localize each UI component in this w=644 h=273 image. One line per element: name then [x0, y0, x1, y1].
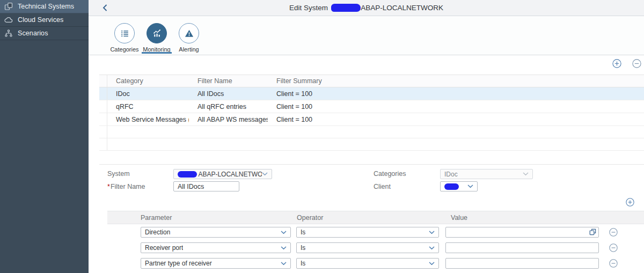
redaction-blob: [331, 4, 361, 12]
row-selector-cell[interactable]: [99, 126, 107, 138]
back-button[interactable]: [103, 4, 107, 11]
table-row[interactable]: [99, 126, 644, 138]
column-header-value: Value: [451, 214, 467, 222]
parameter-select[interactable]: Receiver port: [141, 242, 291, 253]
filter-name-label: *Filter Name: [107, 183, 145, 190]
page-header: Edit System ABAP-LOCALNETWORK: [89, 0, 644, 16]
cell-filter-name: All qRFC entries: [189, 103, 268, 110]
cell-filter-name: All IDocs: [189, 90, 268, 98]
tab-alerting[interactable]: Alerting: [173, 16, 205, 55]
add-parameter-button[interactable]: [626, 198, 635, 207]
table-row[interactable]: qRFC All qRFC entries Client = 100: [99, 100, 644, 113]
redaction-blob: [444, 183, 459, 190]
list-icon: [120, 28, 130, 39]
tab-label: Alerting: [179, 46, 199, 53]
alert-triangle-icon: [184, 28, 194, 39]
remove-parameter-button[interactable]: [609, 244, 618, 253]
categories-select[interactable]: IDoc: [440, 169, 533, 179]
operator-select[interactable]: Is: [296, 258, 439, 269]
table-row[interactable]: [99, 138, 644, 151]
value-input[interactable]: [445, 227, 599, 238]
value-input[interactable]: [445, 242, 599, 253]
system-select[interactable]: ABAP-LOCALNETWORK: [173, 169, 272, 179]
cloud-icon: [4, 16, 13, 24]
back-chevron-icon: [103, 4, 107, 11]
table-row[interactable]: IDoc All IDocs Client = 100: [99, 87, 644, 100]
parameter-row: Receiver port Is: [89, 242, 644, 253]
cell-filter-summary: Client = 100: [268, 90, 644, 98]
remove-filter-button[interactable]: [632, 59, 641, 68]
tab-categories[interactable]: Categories: [108, 16, 141, 55]
chevron-down-icon: [429, 246, 435, 250]
row-selector-cell[interactable]: [99, 87, 107, 100]
sidebar: Technical Systems Cloud Services Scenari…: [0, 0, 89, 273]
remove-circle-icon: [632, 59, 641, 68]
main-panel: Edit System ABAP-LOCALNETWORK: [89, 0, 644, 273]
chevron-down-icon: [429, 231, 435, 234]
column-header-filter-name: Filter Name: [189, 77, 268, 85]
chevron-down-icon: [262, 172, 268, 176]
tab-label: Categories: [110, 46, 138, 53]
chart-icon: [152, 28, 162, 39]
title-prefix: Edit System: [289, 4, 328, 12]
cell-filter-summary: Client = 100: [268, 116, 644, 123]
row-selector-cell[interactable]: [99, 138, 107, 150]
tab-label: Monitoring: [143, 46, 170, 53]
remove-circle-icon: [609, 244, 618, 252]
client-label: Client: [374, 183, 391, 190]
remove-circle-icon: [609, 228, 618, 237]
add-filter-button[interactable]: [612, 59, 621, 68]
page-title: Edit System ABAP-LOCALNETWORK: [289, 4, 443, 12]
section-divider: [99, 164, 644, 165]
cell-category: qRFC: [107, 103, 189, 110]
parameter-row: Direction Is: [89, 227, 644, 238]
chevron-down-icon: [467, 185, 473, 188]
app-window: Technical Systems Cloud Services Scenari…: [0, 0, 644, 273]
chevron-down-icon: [281, 246, 287, 250]
remove-parameter-button[interactable]: [609, 228, 618, 237]
value-input[interactable]: [445, 258, 599, 269]
table-row[interactable]: Web Service Messages (ABAP) All ABAP WS …: [99, 113, 644, 126]
value-field-wrapper: [445, 242, 599, 253]
sidebar-item-cloud-services[interactable]: Cloud Services: [0, 13, 89, 27]
chevron-down-icon: [281, 262, 287, 265]
title-suffix: ABAP-LOCALNETWORK: [361, 4, 443, 12]
remove-parameter-button[interactable]: [609, 259, 618, 268]
chevron-down-icon: [429, 262, 435, 265]
client-select[interactable]: [440, 181, 478, 191]
cell-category: Web Service Messages (ABAP): [107, 116, 189, 123]
value-help-button[interactable]: [589, 228, 596, 235]
technical-systems-icon: [4, 2, 13, 11]
operator-select[interactable]: Is: [296, 242, 439, 253]
cell-category: IDoc: [107, 90, 189, 98]
filter-name-input[interactable]: [173, 181, 239, 191]
operator-select[interactable]: Is: [296, 227, 439, 238]
chevron-down-icon: [281, 231, 287, 234]
column-header-parameter: Parameter: [141, 214, 172, 222]
remove-circle-icon: [609, 259, 618, 268]
scenarios-icon: [4, 29, 13, 38]
column-header-operator: Operator: [297, 214, 323, 222]
column-header-filter-summary: Filter Summary: [268, 77, 644, 85]
parameter-row: Partner type of receiver Is: [89, 258, 644, 269]
row-selector-cell[interactable]: [99, 113, 107, 126]
sidebar-item-technical-systems[interactable]: Technical Systems: [0, 0, 89, 13]
tab-monitoring[interactable]: Monitoring: [141, 16, 173, 55]
parameter-select[interactable]: Partner type of receiver: [141, 258, 291, 269]
sidebar-item-scenarios[interactable]: Scenarios: [0, 27, 89, 40]
filters-table-body: IDoc All IDocs Client = 100 qRFC All qRF…: [99, 87, 644, 151]
categories-label: Categories: [374, 170, 406, 178]
header-selector-cell: [99, 75, 107, 87]
system-label: System: [107, 170, 130, 178]
sidebar-item-label: Cloud Services: [18, 16, 63, 24]
sidebar-item-label: Scenarios: [18, 29, 48, 37]
add-circle-icon: [612, 59, 621, 68]
value-help-icon: [589, 228, 596, 235]
filters-table: Category Filter Name Filter Summary IDoc…: [99, 75, 644, 151]
parameter-select[interactable]: Direction: [141, 227, 291, 238]
filters-table-header: Category Filter Name Filter Summary: [99, 75, 644, 87]
cell-filter-name: All ABAP WS messages: [189, 116, 268, 123]
row-selector-cell[interactable]: [99, 100, 107, 113]
cell-filter-summary: Client = 100: [268, 103, 644, 110]
value-field-wrapper: [445, 227, 599, 238]
